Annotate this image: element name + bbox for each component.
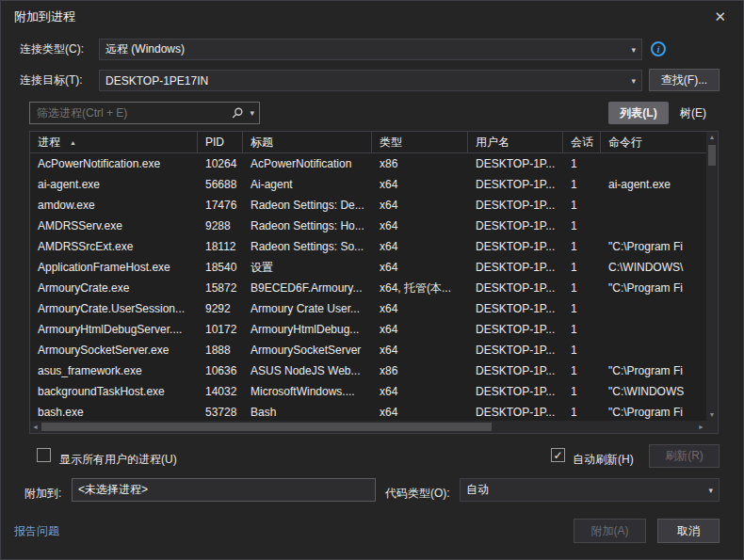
table-row[interactable]: AMDRSSrcExt.exe 18112 Radeon Settings: S… [30, 236, 706, 257]
cell-process: backgroundTaskHost.exe [30, 385, 198, 398]
cell-title: Armoury Crate User... [243, 302, 372, 315]
table-row[interactable]: asus_framework.exe 10636 ASUS NodeJS Web… [30, 360, 706, 381]
cell-user: DESKTOP-1P... [468, 157, 563, 170]
cell-user: DESKTOP-1P... [468, 240, 563, 253]
table-row[interactable]: ArmourySocketServer.exe 1888 ArmourySock… [30, 340, 706, 360]
cell-title: ArmourySocketServer [243, 344, 372, 357]
filter-input[interactable] [35, 105, 229, 120]
cell-type: x64 [372, 323, 468, 336]
table-row[interactable]: amdow.exe 17476 Radeon Settings: De... x… [30, 195, 706, 216]
vertical-scroll-thumb[interactable] [708, 145, 716, 166]
attach-to-field[interactable]: <未选择进程> [72, 478, 376, 502]
code-type-label: 代码类型(O): [385, 483, 450, 504]
close-icon[interactable]: ✕ [710, 7, 730, 27]
cell-title: ArmouryHtmlDebug... [243, 323, 372, 336]
cell-process: AMDRSSrcExt.exe [30, 240, 198, 253]
vertical-scrollbar[interactable]: ▲ ▼ [706, 132, 718, 421]
cell-user: DESKTOP-1P... [468, 261, 563, 274]
cell-session: 1 [563, 281, 601, 295]
column-header-cmdline[interactable]: 命令行 [601, 132, 706, 152]
code-type-value: 自动 [466, 482, 704, 498]
column-header-type[interactable]: 类型 [372, 132, 468, 152]
process-table-body: AcPowerNotification.exe 10264 AcPowerNot… [30, 153, 706, 421]
show-all-users-checkbox[interactable] [37, 448, 51, 462]
report-problem-link[interactable]: 报告问题 [14, 523, 59, 539]
cell-user: DESKTOP-1P... [468, 281, 563, 295]
table-row[interactable]: ArmouryHtmlDebugServer.... 10172 Armoury… [30, 319, 706, 340]
cell-session: 1 [563, 261, 601, 274]
cell-session: 1 [563, 178, 601, 191]
cancel-button[interactable]: 取消 [657, 519, 720, 543]
view-list-button[interactable]: 列表(L) [608, 102, 669, 124]
view-tree-button[interactable]: 树(E) [671, 102, 715, 124]
column-header-pid[interactable]: PID [198, 132, 243, 152]
filter-box: ▾ [29, 102, 260, 124]
cell-title: MicrosoftWindows.... [243, 385, 372, 398]
cell-type: x64 [372, 406, 468, 419]
sort-asc-icon: ▲ [70, 139, 76, 146]
cell-pid: 18112 [198, 240, 243, 253]
table-row[interactable]: ai-agent.exe 56688 Ai-agent x64 DESKTOP-… [30, 174, 706, 195]
scroll-up-icon[interactable]: ▲ [709, 132, 716, 143]
connection-type-value: 远程 (Windows) [105, 41, 627, 57]
scroll-right-icon[interactable]: ► [698, 422, 704, 433]
table-row[interactable]: ArmouryCrate.UserSession... 9292 Armoury… [30, 298, 706, 319]
chevron-down-icon: ▾ [631, 45, 636, 55]
cell-type: x64 [372, 199, 468, 212]
cell-title: Radeon Settings: De... [243, 199, 372, 212]
cell-process: AcPowerNotification.exe [30, 157, 198, 170]
cell-title: ASUS NodeJS Web... [243, 364, 372, 377]
column-header-title[interactable]: 标题 [243, 132, 372, 152]
cell-type: x64, 托管(本... [372, 280, 468, 296]
connection-type-label: 连接类型(C): [20, 39, 84, 60]
table-row[interactable]: AMDRSServ.exe 9288 Radeon Settings: Ho..… [30, 216, 706, 236]
table-row[interactable]: AcPowerNotification.exe 10264 AcPowerNot… [30, 153, 706, 174]
table-row[interactable]: ApplicationFrameHost.exe 18540 设置 x64 DE… [30, 257, 706, 278]
table-row[interactable]: backgroundTaskHost.exe 14032 MicrosoftWi… [30, 381, 706, 402]
chevron-down-icon[interactable]: ▾ [250, 108, 254, 118]
scroll-left-icon[interactable]: ◄ [32, 422, 39, 433]
table-row[interactable]: bash.exe 53728 Bash x64 DESKTOP-1P... 1 … [30, 402, 706, 421]
table-row[interactable]: ArmouryCrate.exe 15872 B9ECED6F.Armoury.… [30, 278, 706, 298]
cell-user: DESKTOP-1P... [468, 219, 563, 232]
cell-type: x64 [372, 302, 468, 315]
cell-cmdline: "C:\Program Fi [601, 281, 706, 295]
attach-button[interactable]: 附加(A) [574, 519, 646, 543]
search-icon[interactable] [231, 106, 244, 120]
cell-type: x86 [372, 364, 468, 377]
refresh-button[interactable]: 刷新(R) [649, 444, 720, 468]
cell-session: 1 [563, 157, 601, 170]
cell-type: x64 [372, 385, 468, 398]
cell-type: x86 [372, 157, 468, 170]
auto-refresh-checkbox[interactable]: ✓ [551, 448, 565, 462]
cell-process: asus_framework.exe [30, 364, 198, 377]
cell-session: 1 [563, 240, 601, 253]
cell-type: x64 [372, 240, 468, 253]
column-header-user[interactable]: 用户名 [468, 132, 563, 152]
cell-pid: 14032 [198, 385, 243, 398]
connection-target-label: 连接目标(T): [20, 70, 83, 91]
dialog-title: 附加到进程 [14, 8, 75, 25]
attach-to-label: 附加到: [24, 483, 61, 504]
cell-process: ai-agent.exe [30, 178, 198, 191]
find-button[interactable]: 查找(F)... [649, 69, 720, 91]
cell-type: x64 [372, 261, 468, 274]
show-all-users-label: 显示所有用户的进程(U) [59, 449, 177, 471]
column-header-session[interactable]: 会话 [563, 132, 601, 152]
cell-title: Radeon Settings: So... [243, 240, 372, 253]
cell-process: ArmouryCrate.UserSession... [30, 302, 198, 315]
column-header-process[interactable]: 进程 ▲ [30, 132, 198, 152]
cell-process: AMDRSServ.exe [30, 219, 198, 232]
cell-user: DESKTOP-1P... [468, 385, 563, 398]
cell-title: Radeon Settings: Ho... [243, 219, 372, 232]
cell-type: x64 [372, 178, 468, 191]
horizontal-scroll-thumb[interactable] [41, 423, 492, 431]
cell-type: x64 [372, 344, 468, 357]
connection-type-select[interactable]: 远程 (Windows) ▾ [99, 39, 642, 60]
scroll-down-icon[interactable]: ▼ [709, 409, 716, 421]
cell-session: 1 [563, 302, 601, 315]
connection-target-select[interactable]: DESKTOP-1PE17IN ▾ [99, 70, 642, 91]
code-type-select[interactable]: 自动 ▾ [460, 478, 720, 502]
info-icon[interactable]: i [651, 41, 666, 56]
horizontal-scrollbar[interactable]: ◄ ► [30, 421, 706, 433]
